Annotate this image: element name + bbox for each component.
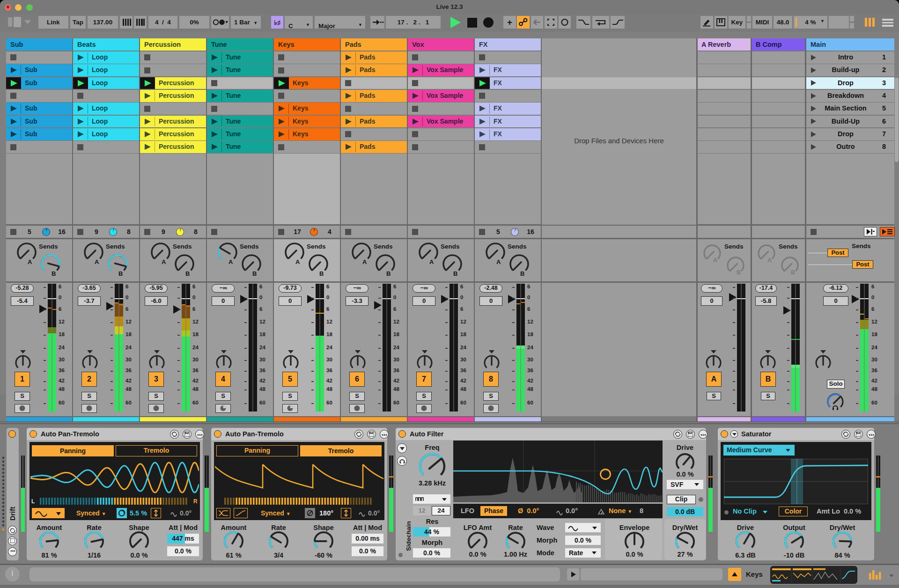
svg-text:A: A (28, 258, 32, 265)
svg-text:A: A (362, 258, 367, 265)
svg-text:B: B (185, 270, 190, 277)
svg-text:R: R (193, 498, 198, 505)
svg-text:L: L (31, 498, 35, 505)
svg-text:B: B (252, 270, 257, 277)
svg-text:B: B (52, 270, 56, 277)
svg-text:A: A (95, 258, 99, 265)
svg-text:A: A (496, 258, 501, 265)
svg-text:A: A (767, 257, 772, 264)
svg-text:B: B (791, 269, 795, 276)
svg-text:B: B (386, 270, 391, 277)
svg-text:A: A (162, 258, 166, 265)
svg-text:A: A (295, 258, 300, 265)
svg-text:B: B (453, 270, 457, 277)
svg-text:B: B (118, 270, 123, 277)
svg-text:B: B (319, 270, 324, 277)
svg-text:A: A (713, 257, 717, 264)
svg-text:A: A (228, 258, 233, 265)
svg-text:B: B (737, 269, 741, 276)
svg-text:B: B (520, 270, 524, 277)
svg-text:A: A (429, 258, 434, 265)
